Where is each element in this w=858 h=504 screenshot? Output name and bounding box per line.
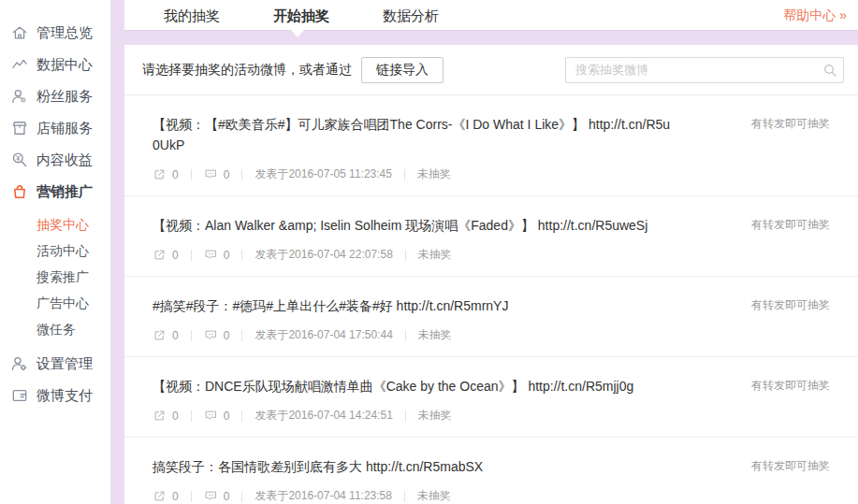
divider [241, 250, 242, 261]
shop-icon [10, 119, 29, 137]
sidebar-item-marketing[interactable]: 营销推广 [0, 176, 110, 208]
main-content: 我的抽奖 开始抽奖 数据分析 帮助中心 » 请选择要抽奖的活动微博，或者通过 链… [124, 0, 858, 504]
share-count: 0 [172, 168, 179, 181]
share-icon [153, 328, 167, 342]
sidebar-item-shop-service[interactable]: 店铺服务 [0, 112, 110, 144]
post-item[interactable]: #搞笑#段子：#德玛#上单出什么#装备#好 http://t.cn/R5mrnY… [124, 277, 858, 357]
comment-count: 0 [224, 249, 230, 262]
share-count: 0 [172, 249, 179, 262]
user-gear-icon [10, 354, 29, 373]
marketing-submenu: 抽奖中心 活动中心 搜索推广 广告中心 微任务 [0, 211, 110, 342]
link-import-button[interactable]: 链接导入 [361, 57, 444, 83]
divider [241, 410, 242, 422]
share-icon [153, 248, 167, 262]
sidebar-item-fans-service[interactable]: 粉丝服务 [0, 80, 110, 112]
fans-icon [10, 87, 29, 106]
post-meta: 0 0 发表于2016-07-04 17:50:44 未抽奖 [153, 327, 830, 343]
sidebar-item-label: 微博支付 [36, 387, 93, 405]
divider [191, 250, 192, 261]
divider [191, 410, 192, 422]
comment-count: 0 [224, 490, 230, 503]
sidebar-item-weibo-pay[interactable]: 微博支付 [0, 380, 110, 411]
tab-bar: 我的抽奖 开始抽奖 数据分析 帮助中心 » [124, 0, 858, 30]
divider [241, 169, 242, 180]
publish-time: 发表于2016-07-05 11:23:45 [254, 166, 392, 182]
post-title: 【视频：Alan Walker &amp; Iselin Solheim 现场演… [153, 215, 647, 236]
sidebar-content-divider [110, 0, 124, 504]
search-box [565, 57, 844, 83]
sidebar-item-data-center[interactable]: 数据中心 [0, 49, 110, 80]
publish-time: 发表于2016-07-04 14:24:51 [254, 408, 392, 424]
sidebar-item-overview[interactable]: 管理总览 [0, 17, 110, 49]
help-center-link[interactable]: 帮助中心 » [783, 7, 847, 24]
home-icon [10, 23, 29, 42]
line-chart-icon [10, 55, 29, 74]
post-meta: 0 0 发表于2016-07-04 22:07:58 未抽奖 [153, 247, 830, 263]
post-title: #搞笑#段子：#德玛#上单出什么#装备#好 http://t.cn/R5mrnY… [153, 295, 508, 316]
lottery-status: 未抽奖 [417, 166, 451, 182]
share-count: 0 [172, 410, 179, 423]
sidebar-item-label: 管理总览 [36, 24, 93, 42]
share-icon [153, 489, 167, 503]
divider [404, 169, 405, 180]
sidebar: 管理总览 数据中心 粉丝服务 店铺服务 内容收益 营销推广 抽奖中心 活动中心 … [0, 0, 110, 504]
comment-count: 0 [224, 329, 230, 342]
post-rule-label: 有转发即可抽奖 [733, 215, 830, 234]
search-input[interactable] [565, 57, 844, 83]
post-item[interactable]: 【视频：【#欧美音乐#】可儿家族合唱团The Corrs-《I Do What … [124, 95, 858, 196]
sidebar-item-settings[interactable]: 设置管理 [0, 348, 110, 380]
comment-icon [204, 489, 218, 503]
wallet-icon [10, 386, 29, 405]
divider [404, 491, 405, 502]
post-item[interactable]: 【视频：Alan Walker &amp; Iselin Solheim 现场演… [124, 196, 858, 277]
post-meta: 0 0 发表于2016-07-04 14:24:51 未抽奖 [153, 408, 830, 424]
sidebar-item-label: 设置管理 [36, 355, 93, 373]
lottery-status: 未抽奖 [417, 488, 451, 504]
instruction-text: 请选择要抽奖的活动微博，或者通过 [142, 62, 352, 79]
comment-icon [204, 167, 218, 181]
sidebar-item-label: 店铺服务 [36, 120, 93, 137]
post-meta: 0 0 发表于2016-07-04 11:23:58 未抽奖 [153, 488, 830, 504]
publish-time: 发表于2016-07-04 17:50:44 [254, 327, 392, 343]
comment-count: 0 [224, 168, 230, 181]
share-icon [153, 409, 167, 423]
share-count: 0 [172, 490, 179, 503]
tab-content-gap [124, 30, 858, 45]
sidebar-item-label: 营销推广 [36, 183, 93, 201]
comment-icon [204, 328, 218, 342]
shopping-bag-icon [10, 182, 29, 201]
sidebar-subitem-micro-task[interactable]: 微任务 [0, 316, 110, 342]
publish-time: 发表于2016-07-04 22:07:58 [254, 247, 392, 263]
post-item[interactable]: 搞笑段子：各国情歌差别到底有多大 http://t.cn/R5mabSX 有转发… [124, 438, 858, 504]
post-item[interactable]: 【视频：DNCE乐队现场献唱激情单曲《Cake by the Ocean》】 h… [124, 357, 858, 438]
search-icon[interactable] [822, 63, 837, 78]
comment-count: 0 [224, 410, 230, 423]
sidebar-subitem-activity-center[interactable]: 活动中心 [0, 238, 110, 264]
sidebar-item-label: 数据中心 [36, 56, 93, 74]
sidebar-item-content-income[interactable]: 内容收益 [0, 144, 110, 176]
tab-my-lottery[interactable]: 我的抽奖 [164, 6, 220, 25]
lottery-status: 未抽奖 [418, 408, 452, 424]
sidebar-item-label: 内容收益 [36, 151, 93, 169]
sidebar-subitem-ad-center[interactable]: 广告中心 [0, 290, 110, 316]
sidebar-subitem-search-promotion[interactable]: 搜索推广 [0, 264, 110, 290]
post-title: 【视频：DNCE乐队现场献唱激情单曲《Cake by the Ocean》】 h… [153, 376, 633, 396]
post-rule-label: 有转发即可抽奖 [733, 376, 830, 395]
tab-data-analysis[interactable]: 数据分析 [383, 6, 439, 25]
tab-start-lottery[interactable]: 开始抽奖 [273, 6, 329, 25]
post-rule-label: 有转发即可抽奖 [733, 295, 830, 314]
divider [405, 410, 406, 422]
card-header: 请选择要抽奖的活动微博，或者通过 链接导入 [124, 45, 858, 95]
share-count: 0 [172, 329, 179, 342]
share-icon [153, 167, 167, 181]
post-title: 搞笑段子：各国情歌差别到底有多大 http://t.cn/R5mabSX [153, 456, 483, 477]
active-tab-notch [291, 30, 304, 37]
divider [191, 330, 192, 341]
lottery-status: 未抽奖 [418, 327, 452, 343]
divider [241, 330, 242, 341]
divider [191, 169, 192, 180]
sidebar-subitem-lottery-center[interactable]: 抽奖中心 [0, 211, 110, 238]
post-title: 【视频：【#欧美音乐#】可儿家族合唱团The Corrs-《I Do What … [153, 114, 676, 155]
divider [191, 491, 192, 502]
post-rule-label: 有转发即可抽奖 [733, 114, 830, 133]
